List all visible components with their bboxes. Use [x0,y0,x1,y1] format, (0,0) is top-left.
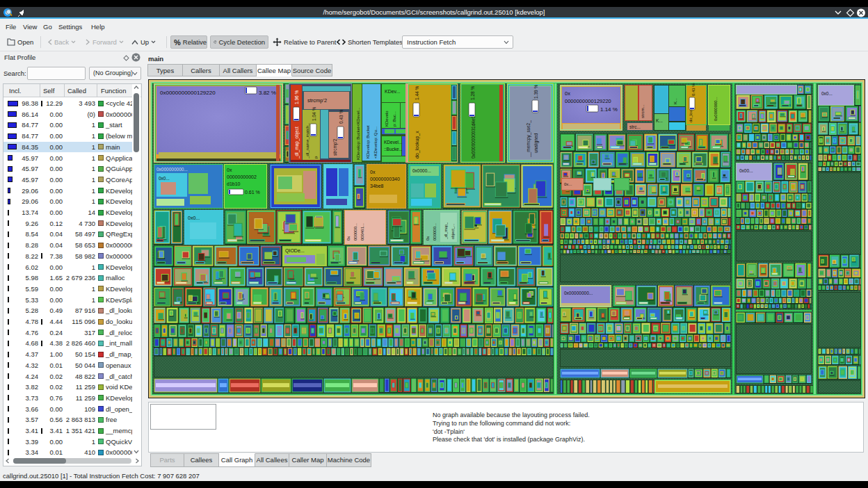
svg-text:unaligned: unaligned [533,133,539,153]
svg-text:0x000000000...: 0x000000000... [156,167,188,172]
svg-text:strcmp'2: strcmp'2 [332,138,338,156]
svg-text:0x0...: 0x0... [159,176,170,181]
svg-text:strcmp'2: strcmp'2 [307,97,327,104]
svg-text:::Bucke...: ::Bucke... [384,147,403,152]
svg-text:000000...: 000000... [353,223,357,241]
svg-text:0x: 0x [346,236,351,241]
svg-text:p::Buc...: p::Buc... [392,111,396,127]
svg-text:QIODe...: QIODe... [285,248,305,254]
svg-text:0x: 0x [565,90,570,97]
svg-text:0.61 %: 0.61 % [245,190,260,195]
svg-text:0x0000...: 0x0000... [412,168,431,173]
svg-text:0x0...: 0x0... [188,215,200,220]
svg-text:1.44 %: 1.44 % [415,86,419,100]
svg-text:_dl_name_match_: _dl_name_match_ [305,123,310,159]
svg-text:0.43 %: 0.43 % [691,83,696,96]
svg-text:KDevelo: KDevelo [385,111,389,127]
svg-text:0.43 %: 0.43 % [339,110,344,124]
svg-text:__memcpy_sse2_: __memcpy_sse2_ [526,120,531,158]
svg-text:_dl_map_: _dl_map_ [444,222,448,240]
svg-text:p: p [313,156,318,158]
svg-text:K...: K... [673,98,677,104]
svg-text:00000000002: 00000000002 [227,174,257,179]
svg-text:34be8: 34be8 [370,184,384,188]
svg-text:strc...: strc... [629,124,641,129]
svg-text:KDevel...: KDevel... [384,140,403,145]
svg-text:000000...: 000000... [433,223,437,241]
svg-text:KDevelop::Bucket<KDevel...: KDevelop::Bucket<KDevel... [356,107,360,160]
svg-text:0x: 0x [227,168,232,172]
svg-text:0x...: 0x... [564,182,572,186]
svg-text:<KDevelop::Qu...: <KDevelop::Qu... [373,127,378,158]
svg-text:000461...: 000461... [360,223,364,241]
svg-text:1.04 %: 1.04 % [312,107,316,121]
svg-text:1.28 %: 1.28 % [470,86,475,100]
svg-text:0x00000000031d4e0: 0x00000000031d4e0 [471,116,476,158]
svg-text:0x0...: 0x0... [821,91,833,96]
svg-text:d1b10: d1b10 [227,181,241,186]
svg-text:strcm...: strcm... [641,104,645,118]
svg-text:0x0000000000129220: 0x0000000000129220 [160,90,216,96]
svg-text:1.14 %: 1.14 % [600,106,618,113]
svg-text:object_...: object_... [451,223,455,239]
svg-text:0x: 0x [426,236,430,241]
svg-text:do_lookup_x: do_lookup_x [415,131,420,158]
svg-text:K...: K... [656,118,663,123]
svg-text:KDevelop::Bucket: KDevelop::Bucket [366,125,370,158]
svg-text:0x0000000...: 0x0000000... [714,97,718,121]
svg-text:3.82 %: 3.82 % [259,90,276,96]
svg-text:_dl_map_object: _dl_map_object [294,127,300,159]
svg-text:0x00...: 0x00... [739,168,753,173]
svg-text:1.96 %: 1.96 % [294,90,299,104]
svg-text:0x: 0x [370,170,376,174]
svg-text:0x00000000...: 0x00000000... [564,291,593,295]
svg-text:00000000340: 00000000340 [370,177,400,181]
svg-text:KDev...: KDev... [385,89,400,94]
svg-text:0000000000129220: 0000000000129220 [565,98,611,104]
svg-text:1.39 %: 1.39 % [533,85,538,99]
